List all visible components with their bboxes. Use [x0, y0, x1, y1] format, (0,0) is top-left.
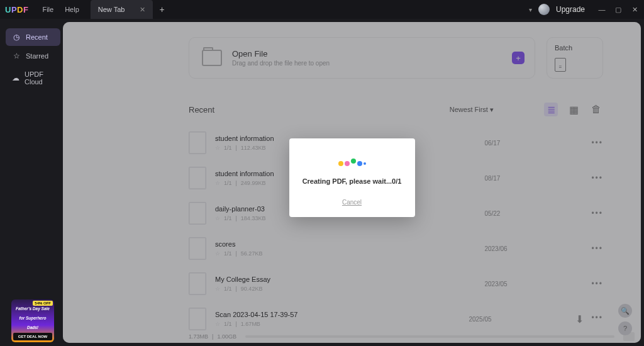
sidebar-label: Recent: [26, 33, 48, 41]
promo-line: Dads!: [13, 325, 52, 330]
sidebar-item-cloud[interactable]: ☁ UPDF Cloud: [6, 66, 60, 90]
sidebar-label: Starred: [26, 52, 48, 60]
menu-help[interactable]: Help: [65, 6, 79, 13]
creating-pdf-modal: Creating PDF, please wait...0/1 Cancel: [289, 138, 415, 217]
sidebar-label: UPDF Cloud: [25, 70, 54, 86]
promo-cta[interactable]: GET DEAL NOW: [13, 333, 52, 340]
maximize-icon[interactable]: ▢: [614, 6, 623, 14]
promo-line: for Superhero: [13, 316, 52, 320]
app-logo: UPDF: [5, 5, 28, 14]
promo-card[interactable]: 54% OFF Father's Day Sale for Superhero …: [11, 299, 54, 342]
promo-line: Father's Day Sale: [13, 306, 52, 311]
cloud-icon: ☁: [12, 74, 19, 82]
upgrade-link[interactable]: Upgrade: [556, 5, 585, 14]
tab-strip: New Tab ✕ +: [91, 0, 171, 19]
close-window-icon[interactable]: ✕: [630, 6, 639, 14]
tab-new[interactable]: New Tab ✕: [91, 0, 153, 19]
close-icon[interactable]: ✕: [140, 6, 145, 14]
sidebar-item-recent[interactable]: ◷ Recent: [6, 28, 60, 46]
new-tab-button[interactable]: +: [153, 0, 170, 19]
star-icon: ☆: [12, 52, 21, 60]
clock-icon: ◷: [12, 33, 21, 42]
modal-message: Creating PDF, please wait...0/1: [301, 177, 404, 185]
main-canvas: Open File Drag and drop the file here to…: [63, 22, 641, 343]
avatar[interactable]: [538, 4, 550, 15]
titlebar: UPDF File Help New Tab ✕ + ▾ Upgrade — ▢…: [0, 0, 644, 19]
chevron-down-icon[interactable]: ▾: [529, 6, 532, 13]
loading-wave-icon: [301, 156, 404, 166]
tab-label: New Tab: [98, 6, 125, 13]
minimize-icon[interactable]: —: [597, 6, 606, 14]
sidebar: ◷ Recent ☆ Starred ☁ UPDF Cloud: [3, 22, 63, 343]
menu-file[interactable]: File: [42, 6, 53, 13]
window-controls: — ▢ ✕: [597, 6, 639, 14]
titlebar-right: ▾ Upgrade — ▢ ✕: [529, 4, 639, 15]
cancel-link[interactable]: Cancel: [301, 199, 404, 206]
promo-badge: 54% OFF: [33, 301, 53, 306]
sidebar-item-starred[interactable]: ☆ Starred: [6, 47, 60, 65]
menu-bar: File Help: [42, 6, 79, 13]
